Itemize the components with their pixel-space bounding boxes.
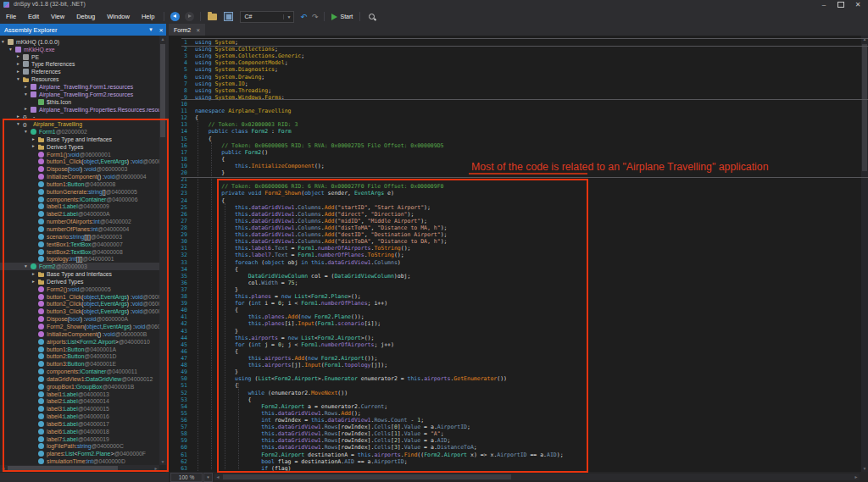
- chevron-down-icon[interactable]: ▼: [283, 14, 293, 19]
- line-number: 32: [169, 252, 195, 258]
- separator-line: [181, 46, 868, 47]
- line-number: 53: [169, 396, 195, 403]
- expand-icon[interactable]: ▸: [25, 85, 31, 90]
- tree-item[interactable]: ▸References: [0, 68, 159, 75]
- tree-item[interactable]: ▾Resources: [0, 75, 159, 83]
- editor-horizontal-scrollbar[interactable]: ◄ ►: [214, 474, 860, 480]
- line-number: 17: [169, 149, 195, 156]
- tree-item[interactable]: ▾mKkHQ.exe: [0, 46, 159, 53]
- line-number: 20: [169, 169, 195, 176]
- code-line[interactable]: 12{: [169, 114, 861, 121]
- code-line[interactable]: 7using System.IO;: [169, 80, 861, 87]
- scroll-down-icon[interactable]: ▼: [861, 465, 868, 472]
- tree-item[interactable]: ▾Airplane_Travelling.Form2.resources: [0, 91, 159, 98]
- restore-icon: [837, 2, 844, 8]
- line-number: 58: [169, 430, 195, 437]
- tab-label: Form2: [174, 27, 191, 33]
- collapse-icon[interactable]: ▾: [2, 40, 8, 45]
- collapse-icon[interactable]: ▾: [25, 92, 31, 97]
- code-text: using System.Collections.Generic;: [195, 53, 304, 59]
- menu-item-view[interactable]: View: [45, 9, 70, 24]
- zoom-dropdown-icon[interactable]: ▼: [203, 473, 213, 482]
- references-icon: [23, 61, 29, 67]
- line-number: 15: [169, 136, 195, 142]
- separator-line: [181, 177, 868, 178]
- panel-close-icon[interactable]: ✕: [156, 27, 166, 33]
- tree-item[interactable]: ▸Airplane_Travelling.Properties.Resource…: [0, 106, 159, 114]
- expand-icon[interactable]: ▸: [25, 107, 31, 112]
- search-icon[interactable]: [368, 13, 376, 21]
- resources-folder-icon: [23, 76, 29, 82]
- save-all-button[interactable]: [224, 12, 233, 21]
- editor-zoom-control[interactable]: 100 %: [170, 473, 203, 482]
- editor-zoom-value: 100 %: [179, 474, 194, 480]
- tree-item-label: Type References: [31, 61, 75, 67]
- tree-item[interactable]: ▸Airplane_Travelling.Form1.resources: [0, 83, 159, 91]
- window-title: dnSpy v6.1.8 (32-bit, .NET): [14, 1, 86, 7]
- code-line[interactable]: 8using System.Threading;: [169, 87, 861, 94]
- collapse-icon[interactable]: ▾: [17, 77, 23, 82]
- line-number: 43: [169, 328, 195, 335]
- code-line[interactable]: 17 public Form2(): [169, 149, 861, 156]
- language-select[interactable]: C# ▼: [240, 11, 294, 23]
- tree-item[interactable]: ▾mKkHQ (1.0.0.0): [0, 38, 159, 46]
- menu-bar: FileEditViewDebugWindowHelp C# ▼ ↶ ↷ Sta…: [0, 9, 868, 24]
- code-line[interactable]: 6using System.Drawing;: [169, 74, 861, 80]
- tree-item[interactable]: ▸Type References: [0, 61, 159, 69]
- code-line[interactable]: 1using System;: [169, 39, 861, 46]
- code-line[interactable]: 2using System.Collections;: [169, 46, 861, 53]
- code-line[interactable]: 13 // Token: 0x02000003 RID: 3: [169, 121, 861, 128]
- line-number: 1: [169, 39, 195, 46]
- menu-item-window[interactable]: Window: [101, 9, 136, 24]
- back-button[interactable]: [170, 12, 180, 21]
- forward-button[interactable]: [185, 12, 194, 21]
- code-line[interactable]: 10: [169, 101, 861, 108]
- menu-item-edit[interactable]: Edit: [22, 9, 45, 24]
- restore-button[interactable]: [832, 0, 849, 9]
- undo-button[interactable]: ↶: [300, 13, 307, 21]
- tree-item[interactable]: ▸PE: [0, 53, 159, 61]
- code-line[interactable]: 4using System.ComponentModel;: [169, 59, 861, 66]
- start-button[interactable]: Start: [331, 14, 353, 20]
- line-number: 37: [169, 286, 195, 293]
- line-number: 48: [169, 362, 195, 368]
- line-number: 24: [169, 197, 195, 204]
- code-text: public class Form2 : Form: [195, 128, 292, 135]
- scrollbar-thumb[interactable]: [862, 44, 867, 171]
- expand-icon[interactable]: ▸: [17, 69, 23, 75]
- collapse-icon[interactable]: ▾: [9, 47, 15, 53]
- editor-vertical-scrollbar[interactable]: ▲ ▼: [861, 36, 868, 472]
- expand-icon[interactable]: ▸: [17, 54, 23, 59]
- code-line[interactable]: 11namespace Airplane_Travelling: [169, 108, 861, 114]
- expand-icon[interactable]: ▸: [17, 62, 23, 67]
- menu-item-file[interactable]: File: [0, 9, 22, 24]
- line-number: 41: [169, 313, 195, 320]
- code-line[interactable]: 15 {: [169, 136, 861, 142]
- scrollbar-thumb[interactable]: [223, 474, 511, 479]
- menu-item-help[interactable]: Help: [136, 9, 160, 24]
- tab-form2[interactable]: Form2 ✕: [169, 24, 205, 36]
- menu-item-debug[interactable]: Debug: [70, 9, 101, 24]
- redo-button[interactable]: ↷: [312, 13, 319, 21]
- line-number: 27: [169, 218, 195, 224]
- close-button[interactable]: ✕: [849, 0, 866, 9]
- resource-file-icon: [31, 84, 36, 90]
- tree-item[interactable]: $this.Icon: [0, 98, 159, 106]
- scroll-up-icon[interactable]: ▲: [159, 36, 166, 42]
- code-line[interactable]: 14 public class Form2 : Form: [169, 128, 861, 135]
- minimize-button[interactable]: –: [815, 0, 832, 9]
- scroll-right-icon[interactable]: ►: [853, 474, 860, 480]
- line-number: 16: [169, 142, 195, 149]
- scroll-left-icon[interactable]: ◄: [214, 474, 221, 480]
- tab-close-icon[interactable]: ✕: [196, 27, 200, 33]
- scroll-up-icon[interactable]: ▲: [861, 36, 868, 42]
- tree-item-label: $this.Icon: [47, 99, 71, 105]
- line-number: 38: [169, 293, 195, 300]
- code-line[interactable]: 5using System.Diagnostics;: [169, 66, 861, 73]
- panel-menu-icon[interactable]: ▼: [146, 27, 156, 32]
- code-line[interactable]: 3using System.Collections.Generic;: [169, 53, 861, 59]
- code-line[interactable]: 16 // Token: 0x06000005 RID: 5 RVA: 0x00…: [169, 142, 861, 149]
- assembly-explorer-header[interactable]: Assembly Explorer ▼ ✕: [0, 24, 166, 36]
- line-number: 54: [169, 403, 195, 410]
- open-file-button[interactable]: [208, 14, 217, 20]
